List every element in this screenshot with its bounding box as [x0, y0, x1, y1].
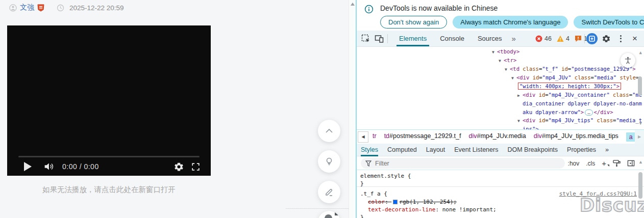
switch-to-chinese-button[interactable]: Switch DevTools to Chinese	[574, 16, 644, 29]
kebab-menu-icon[interactable]	[613, 32, 628, 46]
video-settings-icon[interactable]	[174, 161, 184, 172]
value-token: "mp4_JUv_tips"	[549, 117, 594, 123]
dom-tree-line[interactable]: aku dplayer-arrow">…</div>	[523, 108, 613, 116]
tab-styles[interactable]: Styles	[361, 144, 378, 156]
warning-count[interactable]: 4	[566, 35, 569, 42]
tab-dom-breakpoints[interactable]: DOM Breakpoints	[507, 144, 558, 156]
dont-show-again-button[interactable]: Don't show again	[380, 16, 447, 29]
warning-icon[interactable]	[557, 35, 564, 42]
expand-arrow-icon[interactable]: ▼	[492, 48, 497, 56]
dom-tree-line[interactable]: dia_container dplayer dplayer-no-danm	[523, 100, 642, 107]
expand-arrow-icon[interactable]: ▼	[499, 57, 504, 65]
expand-children-icon[interactable]: …	[585, 110, 592, 116]
breadcrumb-left-icon[interactable]: ◀	[358, 131, 368, 143]
devtools-feature-button[interactable]	[585, 32, 599, 46]
css-property-color[interactable]: color: rgb(1, 102, 254);	[368, 198, 457, 206]
volume-icon[interactable]	[43, 161, 54, 172]
toggle-hover-state-button[interactable]: :hov	[568, 160, 580, 167]
expand-arrow-icon[interactable]: ▼	[505, 66, 510, 73]
back-to-top-button[interactable]	[318, 120, 340, 142]
element-style-rule[interactable]: element.style {	[360, 172, 411, 180]
breadcrumb-item[interactable]: div#mp4_JUv.media	[468, 132, 526, 142]
video-time: 0:00 / 0:00	[62, 162, 99, 171]
settings-gear-icon[interactable]	[599, 32, 613, 46]
rendering-emulation-icon[interactable]	[613, 159, 621, 167]
info-icon	[364, 5, 374, 14]
error-icon[interactable]	[535, 35, 542, 42]
tree-scroll-up-icon[interactable]: ▲	[639, 49, 642, 57]
accessibility-overlay-button[interactable]	[621, 53, 635, 68]
username-link[interactable]: 文強	[20, 3, 34, 12]
toolbar-divider	[387, 34, 388, 43]
expand-arrow-icon[interactable]: ▶	[517, 92, 523, 99]
breadcrumb-item[interactable]: tr	[373, 132, 377, 142]
breadcrumb-item[interactable]: td#postmessage_12929.t_f	[384, 132, 461, 142]
tree-scrollbar-thumb[interactable]	[638, 76, 642, 96]
value-token: "mp4_JUv_container"	[549, 92, 610, 98]
devtools-infobar: DevTools is now available in Chinese Don…	[357, 0, 644, 31]
sidebar-toggle-icon[interactable]	[627, 159, 635, 167]
tab-layout[interactable]: Layout	[426, 144, 445, 156]
dom-tree-line[interactable]: ▼<div id="mp4_JUv" class="media" style=	[511, 74, 639, 82]
css-selector[interactable]: .t_f a {	[360, 190, 387, 198]
styles-scroll-up-icon[interactable]: ▲	[638, 159, 643, 165]
filter-input[interactable]	[361, 158, 565, 169]
sidebar-divider	[286, 208, 349, 209]
video-player[interactable]: 0:00 / 0:00	[7, 25, 211, 176]
fullscreen-icon[interactable]	[191, 162, 201, 172]
floating-button-partial[interactable]	[318, 211, 340, 218]
tab-properties[interactable]: Properties	[567, 144, 596, 156]
fallback-open-link[interactable]: 如果无法播放，请点击此处在新窗口打开	[7, 185, 211, 195]
toggle-class-button[interactable]: .cls	[586, 160, 595, 167]
scrollbar-up-arrow[interactable]	[351, 3, 355, 6]
value-token: "media"	[594, 74, 616, 80]
error-count[interactable]: 46	[544, 35, 552, 42]
lightbulb-icon	[324, 156, 334, 167]
dom-tree-line[interactable]: ips">	[523, 125, 539, 130]
color-swatch[interactable]	[393, 200, 398, 204]
theme-lightbulb-button[interactable]	[318, 150, 340, 173]
dom-tree-line[interactable]: ▼<div id="mp4_JUv_tips" class="media_t	[517, 117, 642, 125]
expand-arrow-icon[interactable]: ▼	[511, 74, 516, 82]
tab-console[interactable]: Console	[433, 31, 471, 46]
dom-tree-line-highlighted[interactable]: "width: 400px; height: 300px;">	[518, 83, 621, 90]
tag-token: <div	[523, 117, 535, 123]
breadcrumb-item-selected[interactable]: a	[626, 132, 635, 142]
sidebar-more-tabs-icon[interactable]: »	[605, 144, 609, 156]
style-value-highlight: "width: 400px; height: 300px;">	[518, 83, 621, 90]
dom-tree-line[interactable]: ▼<tbody>	[492, 48, 519, 56]
match-language-button[interactable]: Always match Chrome's language	[453, 16, 568, 29]
tab-elements[interactable]: Elements	[392, 31, 433, 46]
tab-computed[interactable]: Computed	[387, 144, 417, 156]
breadcrumb-right-icon[interactable]: ▶	[635, 130, 644, 144]
dom-tree-line[interactable]: ▼<tr>	[499, 57, 516, 65]
new-style-rule-icon[interactable]: +	[602, 159, 606, 168]
close-devtools-icon[interactable]: ×	[628, 32, 642, 46]
value-token: "t_f"	[542, 66, 558, 72]
breadcrumb-item[interactable]: div#mp4_JUv_tips.media_tips	[534, 132, 618, 142]
more-tabs-icon[interactable]: »	[509, 34, 519, 43]
post-timestamp: 2025-12-22 20:59	[69, 4, 124, 12]
page-scrollbar[interactable]	[349, 0, 356, 218]
tab-event-listeners[interactable]: Event Listeners	[454, 144, 498, 156]
attr-token: id	[539, 92, 546, 98]
filter-funnel-icon	[365, 160, 371, 167]
pencil-icon	[324, 187, 334, 197]
status-badges: 46 4 1	[535, 31, 590, 46]
issues-icon[interactable]	[575, 35, 582, 42]
dom-tree-line[interactable]: ▼<td class="t_f" id="postmessage_12929">	[505, 65, 636, 73]
tab-sources[interactable]: Sources	[471, 31, 509, 46]
attr-token: class	[597, 117, 613, 123]
inspect-element-icon[interactable]	[361, 34, 370, 43]
value-token: "postmessage_12929"	[571, 66, 632, 72]
tree-scroll-down-icon[interactable]: ▼	[639, 120, 642, 127]
dom-tree-line[interactable]: ▶<div id="mp4_JUv_container" class="me	[517, 91, 642, 99]
partial-glyph	[335, 211, 338, 215]
device-toolbar-icon[interactable]	[375, 34, 384, 43]
devtools-tabs: Elements Console Sources »	[392, 31, 519, 46]
expand-arrow-icon[interactable]: ▼	[517, 117, 523, 125]
edit-reply-button[interactable]	[318, 181, 340, 203]
css-property-text-decoration[interactable]: text-decoration-line: none !important;	[368, 206, 497, 213]
play-button[interactable]	[24, 162, 32, 171]
avatar-icon	[9, 4, 17, 12]
